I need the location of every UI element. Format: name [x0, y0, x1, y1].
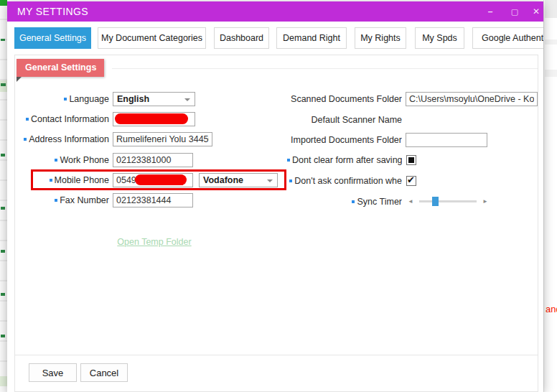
chevron-down-icon: [184, 98, 190, 101]
language-select[interactable]: English: [113, 92, 195, 106]
window-title: MY SETTINGS: [17, 1, 88, 22]
tab-general-settings[interactable]: General Settings: [14, 27, 91, 49]
background-artifact: [0, 80, 7, 92]
bullet-icon: [287, 159, 290, 162]
checkmark-icon: ✔: [407, 175, 415, 185]
work-phone-label: Work Phone: [22, 155, 109, 165]
contact-row: Contact Information: [22, 111, 195, 126]
imported-folder-input[interactable]: [406, 133, 487, 147]
section-header: General Settings: [17, 59, 104, 77]
slider-thumb[interactable]: [432, 197, 439, 206]
imported-folder-label: Imported Documents Folder: [287, 135, 402, 145]
scanner-name-label: Default Scanner Name: [287, 115, 402, 125]
background-artifact: [1, 154, 5, 157]
background-artifact: [545, 70, 557, 77]
scanned-folder-input[interactable]: [406, 92, 538, 106]
tab-my-spds[interactable]: My Spds: [415, 27, 464, 49]
screen: and MY SETTINGS – ▢ ✕ General Settings M…: [0, 0, 557, 392]
divider: [112, 68, 538, 69]
background-app-right: and: [543, 0, 557, 392]
bullet-icon: [55, 159, 57, 162]
slider-left-icon[interactable]: ◄: [408, 198, 413, 205]
highlight-rectangle: [31, 169, 286, 190]
contact-label: Contact Information: [22, 114, 109, 124]
minimize-icon[interactable]: –: [482, 1, 498, 22]
background-artifact: [1, 207, 5, 210]
background-artifact: [0, 376, 7, 386]
address-row: Address Information: [22, 131, 212, 146]
fax-input[interactable]: [113, 193, 193, 207]
bullet-icon: [64, 98, 67, 101]
bullet-icon: [352, 200, 355, 203]
background-artifact: [0, 0, 7, 6]
background-artifact: [1, 250, 5, 253]
dont-clear-row: Dont clear form after saving: [287, 152, 416, 167]
tab-demand-right[interactable]: Demand Right: [276, 27, 347, 49]
dont-clear-checkbox[interactable]: [406, 155, 416, 165]
tab-my-rights[interactable]: My Rights: [355, 27, 406, 49]
my-settings-dialog: MY SETTINGS – ▢ ✕ General Settings My Do…: [7, 1, 543, 392]
maximize-icon[interactable]: ▢: [507, 1, 523, 22]
sync-timer-slider[interactable]: ◄ ►: [408, 198, 488, 205]
redaction-overlay: [115, 113, 188, 124]
imported-folder-row: Imported Documents Folder: [287, 132, 487, 147]
bullet-icon: [24, 138, 27, 141]
language-value: English: [117, 94, 149, 104]
close-icon[interactable]: ✕: [528, 1, 543, 22]
address-input[interactable]: [113, 132, 212, 146]
language-label: Language: [22, 94, 109, 104]
tab-my-document-categories[interactable]: My Document Categories: [98, 27, 206, 49]
background-app-left: [0, 0, 7, 392]
dont-ask-label: Don't ask confirmation whe: [287, 176, 402, 186]
fax-row: Fax Number: [22, 192, 193, 207]
background-artifact: [1, 293, 5, 296]
bullet-icon: [55, 199, 57, 202]
work-phone-row: Work Phone: [22, 152, 193, 167]
background-artifact: [1, 83, 6, 86]
section-header-fold: [17, 77, 22, 82]
background-artifact: [1, 39, 5, 41]
bullet-icon: [289, 179, 292, 182]
bullet-icon: [26, 118, 29, 121]
background-artifact: [545, 39, 557, 45]
open-temp-folder-link[interactable]: Open Temp Folder: [97, 237, 212, 247]
scanner-name-row: Default Scanner Name: [287, 112, 402, 127]
sync-timer-label: Sync Timer: [287, 197, 402, 207]
background-text: and: [546, 304, 557, 314]
dont-ask-checkbox[interactable]: ✔: [406, 176, 416, 186]
indeterminate-icon: [408, 157, 414, 163]
work-phone-input[interactable]: [113, 153, 193, 167]
slider-right-icon[interactable]: ►: [482, 198, 488, 205]
scanned-folder-row: Scanned Documents Folder: [287, 91, 538, 106]
titlebar[interactable]: MY SETTINGS – ▢ ✕: [7, 1, 543, 22]
address-label: Address Information: [22, 134, 109, 144]
language-row: Language English: [22, 91, 195, 106]
background-artifact: [1, 335, 5, 337]
tab-dashboard[interactable]: Dashboard: [214, 27, 269, 49]
save-button[interactable]: Save: [29, 363, 77, 382]
scanned-folder-label: Scanned Documents Folder: [287, 94, 402, 104]
cancel-button[interactable]: Cancel: [80, 363, 128, 382]
dont-clear-label: Dont clear form after saving: [287, 155, 402, 165]
background-artifact: [545, 0, 557, 18]
slider-track[interactable]: [419, 200, 477, 202]
dont-ask-row: Don't ask confirmation whe ✔: [287, 173, 416, 188]
sync-timer-row: Sync Timer ◄ ►: [287, 194, 488, 209]
tab-bar: General Settings My Document Categories …: [14, 27, 543, 49]
tab-google-authenticator[interactable]: Google Authenti: [472, 27, 543, 49]
footer-divider: [15, 355, 538, 355]
fax-label: Fax Number: [22, 195, 109, 205]
